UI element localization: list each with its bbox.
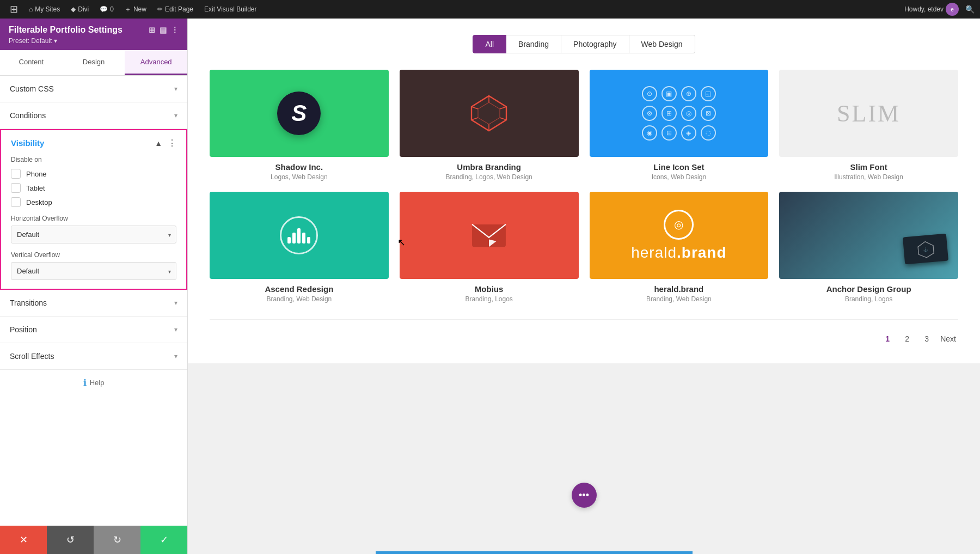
transitions-label: Transitions [10,299,47,307]
grid-icon[interactable]: ⊞ [149,26,155,34]
help-row[interactable]: ℹ Help [0,370,187,395]
svg-line-4 [500,118,506,120]
portfolio-thumb-ascend [210,192,389,279]
portfolio-grid: S Shadow Inc. Logos, Web Design [210,70,958,303]
more-icon[interactable]: ⋮ [171,26,179,34]
panel-preset[interactable]: Preset: Default ▾ [9,37,179,45]
line-icon-3: ⊕ [681,86,696,101]
portfolio-cats-slim: Illustration, Web Design [779,173,958,181]
cancel-icon: ✕ [20,534,28,546]
dots-icon: ••• [579,490,589,501]
portfolio-thumb-shadow: S [210,70,389,157]
horizontal-overflow-select-wrapper: Default Visible Hidden Scroll Auto ▾ [11,226,176,243]
portfolio-thumb-herald: ◎ herald.brand [590,192,769,279]
custom-css-label: Custom CSS [10,84,54,93]
custom-css-header[interactable]: Custom CSS ▾ [0,76,187,102]
main-layout: Filterable Portfolio Settings ⊞ ▤ ⋮ Pres… [0,19,980,554]
svg-text:⚓: ⚓ [923,247,928,252]
horizontal-overflow-select[interactable]: Default Visible Hidden Scroll Auto [11,226,176,243]
portfolio-item-line[interactable]: ⊙ ▣ ⊕ ◱ ⊗ ⊞ ◎ ⊠ ◉ ⊟ ◈ ◌ [590,70,769,181]
help-icon: ℹ [83,378,87,388]
comments-button[interactable]: 💬 0 [95,0,118,19]
columns-icon[interactable]: ▤ [160,26,167,34]
line-icon-2: ▣ [661,86,677,101]
tab-design[interactable]: Design [63,50,125,75]
comments-count: 0 [110,5,114,13]
plus-icon: ＋ [125,5,131,14]
edit-page-button[interactable]: ✏ Edit Page [153,0,198,19]
comment-icon: 💬 [100,5,108,13]
line-icon-1: ⊙ [642,86,657,101]
portfolio-name-slim: Slim Font [779,162,958,172]
divi-icon: ◆ [71,5,76,13]
visibility-dots[interactable]: ⋮ [168,138,176,148]
panel-title-icons: ⊞ ▤ ⋮ [149,26,179,34]
filter-tab-all[interactable]: All [473,35,506,53]
floating-dots-button[interactable]: ••• [572,483,597,508]
tab-bar: Content Design Advanced [0,50,187,76]
tablet-checkbox-row: Tablet [11,183,176,193]
avatar[interactable]: e [946,3,959,16]
svg-line-3 [500,107,506,109]
tab-content[interactable]: Content [0,50,63,75]
tab-advanced[interactable]: Advanced [125,50,187,75]
page-2[interactable]: 2 [899,331,915,347]
portfolio-item-herald[interactable]: ◎ herald.brand herald.brand Branding, We… [590,192,769,303]
vertical-overflow-select-wrapper: Default Visible Hidden Scroll Auto ▾ [11,262,176,280]
tablet-checkbox[interactable] [11,183,21,193]
page-3[interactable]: 3 [918,331,935,347]
page-3-label: 3 [924,334,929,343]
phone-checkbox-row: Phone [11,169,176,179]
line-icon-11: ◈ [681,125,696,141]
exit-builder-button[interactable]: Exit Visual Builder [200,0,261,19]
search-icon[interactable]: 🔍 [965,5,975,14]
position-header[interactable]: Position ▾ [0,316,187,343]
page-1[interactable]: 1 [879,331,896,347]
redo-icon: ↻ [113,534,121,546]
page-2-label: 2 [905,334,909,343]
portfolio-item-umbra[interactable]: Umbra Branding Branding, Logos, Web Desi… [400,70,579,181]
portfolio-item-mobius[interactable]: Mobius Branding, Logos [400,192,579,303]
filter-tab-web-design[interactable]: Web Design [629,35,695,53]
visibility-label: Visibility [11,138,44,148]
line-icon-12: ◌ [701,125,716,141]
new-button[interactable]: ＋ New [120,0,151,19]
redo-button[interactable]: ↻ [94,526,140,554]
svg-line-6 [471,118,478,120]
divi-button[interactable]: ◆ Divi [66,0,93,19]
portfolio-item-ascend[interactable]: Ascend Redesign Branding, Web Design [210,192,389,303]
filter-tab-photography[interactable]: Photography [561,35,629,53]
visibility-chevron[interactable]: ▲ [155,139,162,148]
visibility-header[interactable]: Visibility ▲ ⋮ [1,130,186,156]
desktop-checkbox[interactable] [11,197,21,207]
anchor-hex-logo: ⚓ [915,239,936,259]
preset-label: Preset: Default [9,37,52,45]
save-button[interactable]: ✓ [140,526,187,554]
vertical-overflow-select[interactable]: Default Visible Hidden Scroll Auto [11,262,176,280]
divi-label: Divi [78,5,89,13]
slim-logo-text: SLIM [837,100,901,127]
portfolio-cats-herald: Branding, Web Design [590,295,769,303]
pagination-next[interactable]: Next [938,334,958,343]
phone-checkbox[interactable] [11,169,21,179]
my-sites-button[interactable]: ⌂ My Sites [24,0,64,19]
anchor-card: ⚓ [903,234,948,265]
wp-logo-button[interactable]: ⊞ [5,0,22,19]
undo-button[interactable]: ↺ [47,526,94,554]
visibility-section: Visibility ▲ ⋮ Disable on Phone Tablet [0,129,187,290]
portfolio-item-shadow[interactable]: S Shadow Inc. Logos, Web Design [210,70,389,181]
pagination-next-label: Next [940,334,956,343]
portfolio-cats-line: Icons, Web Design [590,173,769,181]
transitions-header[interactable]: Transitions ▾ [0,290,187,316]
portfolio-thumb-slim: SLIM [779,70,958,157]
herald-text-brand: .brand [677,244,727,261]
conditions-header[interactable]: Conditions ▾ [0,102,187,129]
progress-bar [376,551,693,554]
cancel-button[interactable]: ✕ [0,526,47,554]
portfolio-item-anchor[interactable]: ⚓ Anchor Design Group Branding, Logos [779,192,958,303]
tablet-checkbox-label: Tablet [26,184,45,192]
scroll-effects-header[interactable]: Scroll Effects ▾ [0,343,187,369]
filter-tab-branding[interactable]: Branding [506,35,561,53]
portfolio-item-slim[interactable]: SLIM Slim Font Illustration, Web Design [779,70,958,181]
scroll-effects-section: Scroll Effects ▾ [0,343,187,370]
